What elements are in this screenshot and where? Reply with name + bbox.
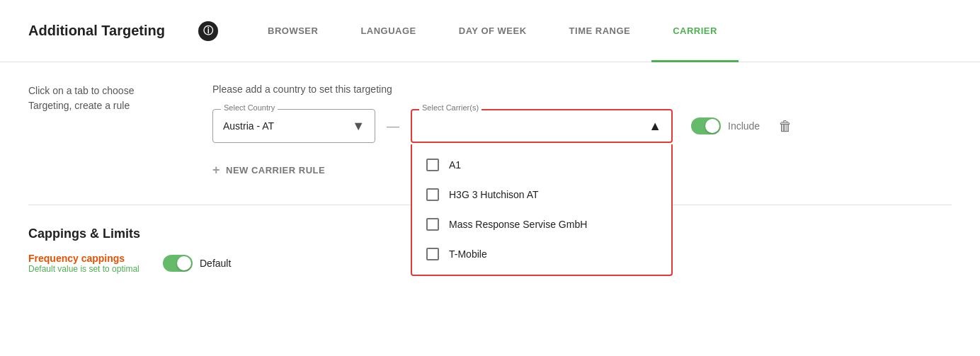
carrier-label-h3g: H3G 3 Hutchison AT xyxy=(449,189,539,200)
carrier-select[interactable]: ▲ xyxy=(411,109,673,143)
default-label: Default xyxy=(200,258,231,269)
include-label: Include xyxy=(728,120,760,132)
tab-browser[interactable]: BROWSER xyxy=(246,1,339,62)
carrier-checkbox-tmobile[interactable] xyxy=(426,248,439,260)
hint-text: Please add a country to set this targeti… xyxy=(212,84,952,95)
carrier-label-tmobile: T-Mobile xyxy=(449,248,487,260)
dash-separator: — xyxy=(387,119,399,134)
carrier-item-a1[interactable]: A1 xyxy=(412,150,671,180)
country-value: Austria - AT xyxy=(223,120,274,132)
section-title: Additional Targeting xyxy=(28,23,184,39)
plus-icon: + xyxy=(212,163,220,178)
left-description: Click on a tab to choose Targeting, crea… xyxy=(28,84,184,183)
frequency-toggle[interactable] xyxy=(163,255,193,272)
info-icon[interactable]: ⓘ xyxy=(198,21,218,41)
carrier-item-mass[interactable]: Mass Response Servise GmbH xyxy=(412,209,671,239)
toggle-knob xyxy=(705,119,719,133)
tab-carrier[interactable]: CARRIER xyxy=(651,1,739,62)
tab-day-of-week[interactable]: DAY OF WEEK xyxy=(438,1,548,62)
targeting-header: Additional Targeting ⓘ BROWSER LANGUAGE … xyxy=(0,0,980,62)
carrier-checkbox-a1[interactable] xyxy=(426,159,439,171)
carrier-checkbox-mass[interactable] xyxy=(426,218,439,231)
right-content: Please add a country to set this targeti… xyxy=(212,84,952,183)
toggle-include-group: Include xyxy=(691,117,760,134)
carrier-checkbox-h3g[interactable] xyxy=(426,188,439,201)
tabs: BROWSER LANGUAGE DAY OF WEEK TIME RANGE … xyxy=(246,0,739,62)
carrier-dropdown: A1 H3G 3 Hutchison AT Mass Response Serv… xyxy=(411,144,673,276)
frequency-label: Frequency cappings xyxy=(28,253,142,264)
country-select[interactable]: Austria - AT ▼ xyxy=(212,109,375,143)
page-container: Additional Targeting ⓘ BROWSER LANGUAGE … xyxy=(0,0,980,356)
delete-rule-icon[interactable]: 🗑 xyxy=(778,118,792,134)
rule-row: Select Country Austria - AT ▼ — Select C… xyxy=(212,109,952,143)
carrier-item-tmobile[interactable]: T-Mobile xyxy=(412,239,671,269)
country-select-wrapper: Select Country Austria - AT ▼ xyxy=(212,109,375,143)
frequency-sublabel: Default value is set to optimal xyxy=(28,264,142,274)
country-select-label: Select Country xyxy=(221,103,278,112)
main-content: Click on a tab to choose Targeting, crea… xyxy=(0,62,980,197)
include-toggle[interactable] xyxy=(691,117,721,134)
tab-language[interactable]: LANGUAGE xyxy=(339,1,437,62)
tab-time-range[interactable]: TIME RANGE xyxy=(548,1,652,62)
carrier-dropdown-arrow-icon: ▲ xyxy=(649,119,661,134)
frequency-left: Frequency cappings Default value is set … xyxy=(28,253,142,274)
frequency-toggle-knob xyxy=(177,256,191,270)
carrier-label-a1: A1 xyxy=(449,159,461,171)
frequency-toggle-group: Default xyxy=(163,255,231,272)
carrier-select-label: Select Carrier(s) xyxy=(419,103,482,112)
country-dropdown-arrow-icon: ▼ xyxy=(352,119,365,134)
carrier-label-mass: Mass Response Servise GmbH xyxy=(449,219,587,230)
carrier-item-h3g[interactable]: H3G 3 Hutchison AT xyxy=(412,180,671,209)
new-carrier-rule-label: NEW CARRIER RULE xyxy=(226,165,325,176)
carrier-select-wrapper: Select Carrier(s) ▲ A1 H3G 3 Hutch xyxy=(411,109,673,143)
